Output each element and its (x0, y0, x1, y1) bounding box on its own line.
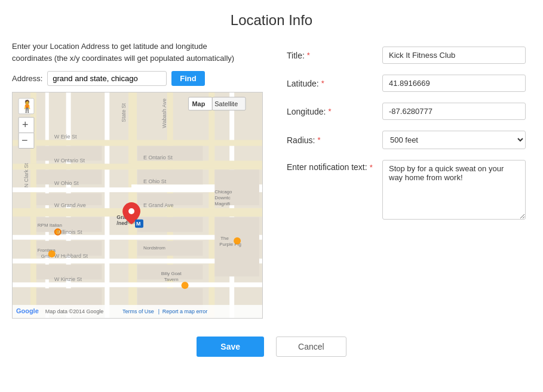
radius-label: Radius: * (287, 135, 382, 145)
svg-point-66 (182, 282, 189, 289)
svg-text:W Ontario St: W Ontario St (54, 158, 85, 163)
svg-rect-11 (13, 140, 262, 146)
svg-text:Tavern: Tavern (164, 277, 179, 282)
svg-text:/ned: /ned (116, 220, 127, 226)
svg-rect-17 (131, 160, 262, 166)
svg-text:Map: Map (192, 100, 205, 107)
main-content: Enter your Location Address to get latit… (12, 41, 531, 319)
find-button[interactable]: Find (171, 71, 204, 86)
latitude-label: Latitude: * (287, 79, 382, 88)
radius-select[interactable]: 100 feet 200 feet 300 feet 400 feet 500 … (382, 131, 526, 149)
instructions: Enter your Location Address to get latit… (12, 41, 269, 64)
address-input[interactable] (47, 71, 167, 86)
svg-rect-19 (131, 208, 262, 217)
svg-text:|: | (158, 308, 159, 314)
title-required: * (307, 51, 310, 60)
latitude-required: * (321, 79, 324, 88)
svg-text:W Grand Ave: W Grand Ave (54, 202, 86, 208)
svg-text:Map data ©2014 Google: Map data ©2014 Google (45, 308, 104, 314)
svg-text:State St: State St (121, 103, 127, 122)
title-row: Title: * (287, 47, 531, 64)
notification-label: Enter notification text: * (287, 160, 382, 172)
svg-text:+: + (22, 119, 28, 131)
map-container: W Erie St W Ontario St W Ohio St W Grand… (12, 92, 263, 319)
longitude-input[interactable] (382, 103, 526, 120)
address-row: Address: Find (12, 71, 269, 86)
svg-text:W Hubbard St: W Hubbard St (54, 253, 88, 259)
svg-text:Wabash Ave: Wabash Ave (161, 98, 167, 128)
svg-text:W Ohio St: W Ohio St (54, 180, 79, 186)
notification-required: * (370, 163, 373, 172)
radius-row: Radius: * 100 feet 200 feet 300 feet 400… (287, 131, 531, 149)
svg-point-65 (234, 237, 241, 245)
svg-text:E Grand Ave: E Grand Ave (143, 202, 174, 208)
svg-text:Terms of Use: Terms of Use (122, 308, 154, 314)
svg-text:E Ontario St: E Ontario St (143, 155, 173, 160)
svg-text:Billy Goat: Billy Goat (161, 271, 182, 276)
title-input[interactable] (382, 47, 526, 64)
latitude-row: Latitude: * (287, 75, 531, 92)
right-panel: Title: * Latitude: * Longitude: * Radius… (287, 41, 531, 230)
latitude-input[interactable] (382, 75, 526, 92)
svg-text:The: The (220, 236, 229, 241)
bottom-buttons: Save Cancel (12, 337, 531, 357)
svg-text:N Clark St: N Clark St (23, 163, 29, 187)
svg-text:W Erie St: W Erie St (54, 134, 77, 140)
svg-text:🧍: 🧍 (20, 99, 35, 113)
svg-rect-16 (13, 282, 262, 287)
svg-text:Nordstrom: Nordstrom (143, 245, 165, 251)
svg-text:Satellite: Satellite (214, 100, 238, 107)
notification-textarea[interactable]: Stop by for a quick sweat on your way ho… (382, 160, 526, 220)
svg-text:Google: Google (16, 307, 39, 314)
longitude-label: Longitude: * (287, 107, 382, 116)
radius-required: * (317, 135, 320, 144)
left-panel: Enter your Location Address to get latit… (12, 41, 269, 319)
title-label: Title: * (287, 51, 382, 60)
svg-text:RPM Italian: RPM Italian (38, 223, 62, 228)
svg-text:Chicago: Chicago (214, 189, 232, 195)
svg-point-69 (128, 208, 134, 214)
svg-text:−: − (22, 134, 27, 146)
svg-text:Magnifi: Magnifi (214, 201, 230, 206)
svg-text:M: M (136, 221, 140, 227)
svg-text:E Ohio St: E Ohio St (143, 178, 167, 184)
svg-rect-31 (137, 217, 203, 232)
save-button[interactable]: Save (197, 337, 264, 357)
map-svg: W Erie St W Ontario St W Ohio St W Grand… (13, 92, 262, 318)
longitude-row: Longitude: * (287, 103, 531, 120)
longitude-required: * (328, 107, 331, 116)
svg-text:W Kinzie St: W Kinzie St (54, 276, 82, 282)
address-label: Address: (12, 74, 42, 83)
svg-text:Downtc: Downtc (214, 195, 230, 200)
page-title: Location Info (12, 12, 531, 29)
svg-point-64 (48, 251, 56, 258)
cancel-button[interactable]: Cancel (276, 337, 346, 357)
svg-text:Report a map error: Report a map error (162, 308, 208, 314)
notification-row: Enter notification text: * Stop by for a… (287, 160, 531, 220)
